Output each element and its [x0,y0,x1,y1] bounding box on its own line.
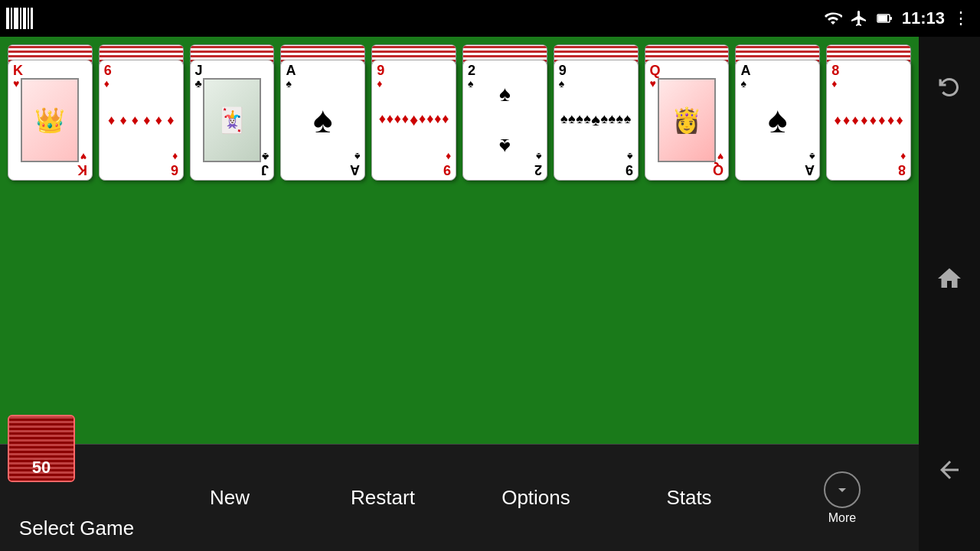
card-stack-3: J ♣ 🃏 J ♣ [190,44,275,181]
card-center: ♠ [313,102,333,139]
card-column-10[interactable]: 8 ♦ ♦♦ ♦♦ ♦♦ ♦♦ 8 ♦ [826,44,911,182]
game-area: K ♥ 👑 K ♥ 6 ♦ [0,37,919,551]
card-rank-bottom: 9 [626,163,633,177]
card-column-4[interactable]: A ♠ ♠ A ♠ [280,44,365,182]
status-bar-right: 11:13 ⋮ [824,8,971,28]
overflow-menu-icon[interactable]: ⋮ [952,8,971,28]
more-button[interactable]: More [766,445,919,551]
card-stack-6: 2 ♠ ♠ ♠ 2 ♠ [462,44,547,181]
card-column-3[interactable]: J ♣ 🃏 J ♣ [190,44,275,182]
back-icon [936,456,963,484]
options-label: Options [501,486,570,510]
card-ace-spades[interactable]: A ♠ ♠ A ♠ [280,60,365,181]
card-suit-top: ♠ [740,77,746,90]
card-suit-top: ♠ [286,77,291,90]
card-stack-1: K ♥ 👑 K ♥ [8,44,93,181]
card-column-7[interactable]: 9 ♠ ♠♠ ♠♠ ♠ ♠♠ ♠♠ 9 ♠ [554,44,639,182]
game-number-preview: 50 [8,415,75,482]
card-rank-bottom: 6 [171,163,178,177]
clock: 11:13 [902,8,945,28]
bottom-bar: 50 Select Game New Restart Options Stats [0,444,919,551]
card-pips: ♠♠ ♠♠ ♠ ♠♠ ♠♠ [560,83,632,157]
card-stack-8: Q ♥ 👸 Q ♥ [645,44,730,181]
card-column-2[interactable]: 6 ♦ ♦♦ ♦♦ ♦♦ 6 ♦ [99,44,184,182]
rotate-icon [936,73,963,101]
card-column-9[interactable]: A ♠ ♠ A ♠ [735,44,820,182]
card-9-spades[interactable]: 9 ♠ ♠♠ ♠♠ ♠ ♠♠ ♠♠ 9 ♠ [554,60,639,181]
card-column-8[interactable]: Q ♥ 👸 Q ♥ [645,44,730,182]
card-rank-bottom: 9 [443,163,451,177]
new-button[interactable]: New [153,445,306,551]
nav-bar [919,37,980,551]
card-column-6[interactable]: 2 ♠ ♠ ♠ 2 ♠ [462,44,547,182]
wifi-icon [824,9,842,28]
card-rank-bottom: A [350,163,360,177]
card-queen-hearts[interactable]: Q ♥ 👸 Q ♥ [645,60,730,181]
card-suit-bottom: ♦ [172,151,178,163]
restart-label: Restart [351,486,415,510]
card-suit-bottom: ♠ [627,151,632,163]
card-stack-5: 9 ♦ ♦♦ ♦♦ ♦ ♦♦ ♦♦ 9 ♦ [371,44,456,181]
card-stack-4: A ♠ ♠ A ♠ [280,44,365,181]
card-pips: ♦♦ ♦♦ ♦♦ ♦♦ [833,83,904,157]
card-8-diamonds[interactable]: 8 ♦ ♦♦ ♦♦ ♦♦ ♦♦ 8 ♦ [826,60,911,181]
card-rank-bottom: 8 [898,163,906,177]
status-bar: 11:13 ⋮ [0,0,980,37]
back-button[interactable] [929,450,969,490]
card-suit-bottom: ♠ [536,151,541,163]
card-column-5[interactable]: 9 ♦ ♦♦ ♦♦ ♦ ♦♦ ♦♦ 9 ♦ [371,44,456,182]
more-circle-icon [824,471,861,508]
svg-rect-2 [890,17,892,20]
card-suit-bottom: ♠ [354,151,360,163]
card-stack-7: 9 ♠ ♠♠ ♠♠ ♠ ♠♠ ♠♠ 9 ♠ [554,44,639,181]
card-rank-bottom: K [77,163,87,177]
stats-label: Stats [666,486,711,510]
card-suit-bottom: ♣ [262,151,269,163]
card-9-diamonds[interactable]: 9 ♦ ♦♦ ♦♦ ♦ ♦♦ ♦♦ 9 ♦ [371,60,456,181]
card-jack-clubs[interactable]: J ♣ 🃏 J ♣ [190,60,275,181]
chevron-down-icon [833,481,851,499]
card-stack-10: 8 ♦ ♦♦ ♦♦ ♦♦ ♦♦ 8 ♦ [826,44,911,181]
card-pips: ♦♦ ♦♦ ♦♦ [106,83,177,157]
options-button[interactable]: Options [459,445,612,551]
card-stack-9: A ♠ ♠ A ♠ [735,44,820,181]
card-suit-bottom: ♠ [809,151,815,163]
card-suit-bottom: ♥ [80,151,87,163]
card-suit-bottom: ♥ [717,151,724,163]
home-icon [936,265,963,292]
rotate-button[interactable] [929,67,969,107]
card-column-1[interactable]: K ♥ 👑 K ♥ [8,44,93,182]
card-suit-bottom: ♦ [446,151,451,163]
battery-icon [876,9,894,28]
select-game-button[interactable]: 50 Select Game [0,445,153,551]
card-rank-top: 9 [377,64,384,77]
card-rank-top: 6 [104,64,112,77]
status-bar-left [6,8,33,29]
svg-rect-1 [878,15,887,21]
card-stack-2: 6 ♦ ♦♦ ♦♦ ♦♦ 6 ♦ [99,44,184,181]
card-king-hearts[interactable]: K ♥ 👑 K ♥ [8,60,93,181]
card-pips: ♠ ♠ [469,83,541,157]
new-label: New [210,486,250,510]
card-6-diamonds[interactable]: 6 ♦ ♦♦ ♦♦ ♦♦ 6 ♦ [99,60,184,181]
card-ace-spades-2[interactable]: A ♠ ♠ A ♠ [735,60,820,181]
card-rank-top: 9 [559,64,567,77]
card-rank-bottom: 2 [534,163,542,177]
card-suit-bottom: ♦ [900,151,906,163]
card-rank-bottom: J [261,163,269,177]
more-label: More [828,511,856,525]
card-pips: ♦♦ ♦♦ ♦ ♦♦ ♦♦ [378,83,449,157]
card-rank-top: A [740,64,750,77]
card-2-spades[interactable]: 2 ♠ ♠ ♠ 2 ♠ [462,60,547,181]
card-rank-top: A [286,64,296,77]
card-center: ♠ [768,102,788,139]
stats-button[interactable]: Stats [612,445,766,551]
columns-area: K ♥ 👑 K ♥ 6 ♦ [8,44,911,182]
airplane-icon [850,9,868,28]
game-number: 50 [32,458,51,478]
home-button[interactable] [929,259,969,298]
card-rank-top: 2 [468,64,475,77]
card-rank-bottom: A [805,163,815,177]
restart-button[interactable]: Restart [306,445,459,551]
barcode-icon [6,8,33,29]
